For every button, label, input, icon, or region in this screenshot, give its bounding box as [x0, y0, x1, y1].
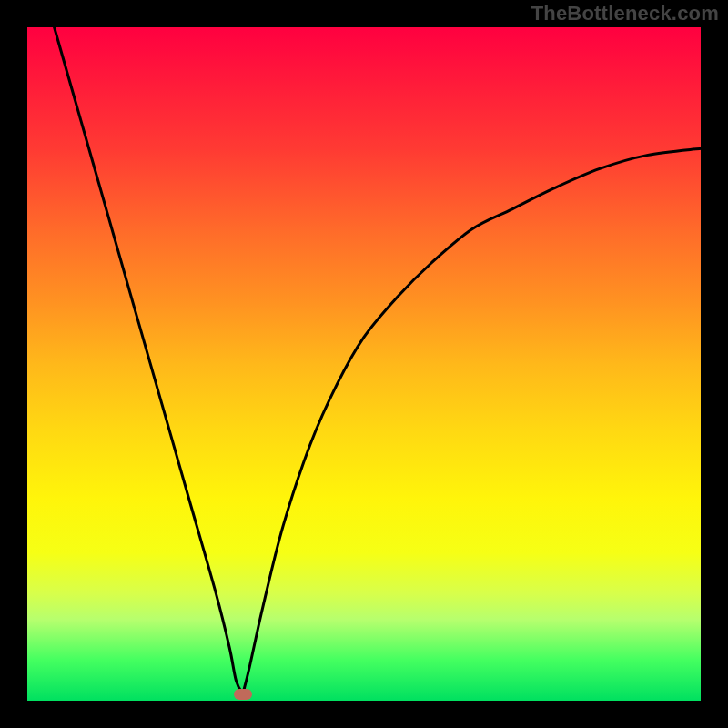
chart-frame: TheBottleneck.com [0, 0, 728, 728]
watermark-text: TheBottleneck.com [531, 2, 719, 25]
curve-path [55, 27, 701, 696]
bottleneck-curve [27, 27, 701, 701]
minimum-marker [234, 689, 252, 700]
plot-area [27, 27, 701, 701]
